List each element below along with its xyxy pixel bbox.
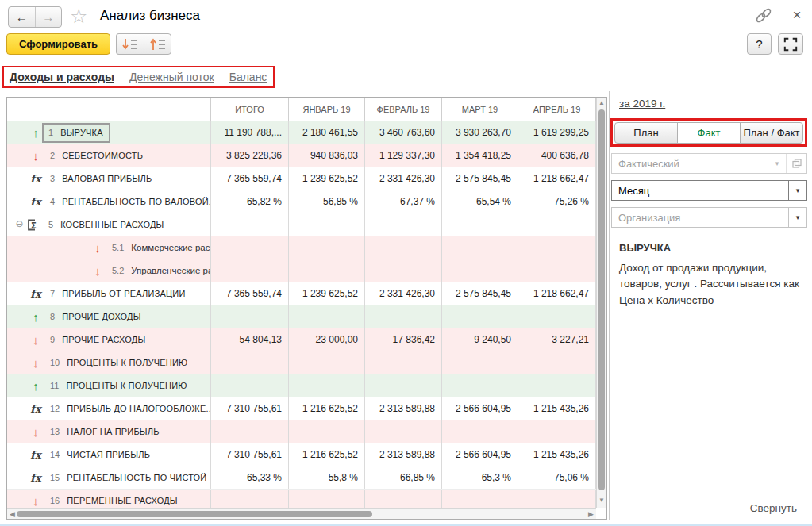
value-cell[interactable]: 3 930 263,70 bbox=[442, 121, 518, 144]
value-cell[interactable] bbox=[365, 259, 442, 282]
row-label-cell[interactable]: ↑1ВЫРУЧКА bbox=[7, 121, 211, 144]
value-cell[interactable]: 3 825 228,36 bbox=[211, 144, 289, 167]
value-cell[interactable]: 1 215 435,26 bbox=[518, 443, 596, 466]
get-link-icon[interactable] bbox=[753, 6, 774, 25]
chevron-down-icon[interactable]: ▾ bbox=[788, 208, 806, 227]
value-cell[interactable] bbox=[442, 420, 518, 443]
table-row[interactable]: ⊖Σ5КОСВЕННЫЕ РАСХОДЫ bbox=[7, 213, 596, 236]
value-cell[interactable]: 1 354 418,25 bbox=[442, 144, 518, 167]
header-january[interactable]: ЯНВАРЬ 19 bbox=[289, 98, 365, 121]
value-cell[interactable] bbox=[211, 490, 289, 508]
chevron-down-icon[interactable]: ▾ bbox=[788, 181, 806, 200]
value-cell[interactable] bbox=[365, 490, 442, 508]
value-cell[interactable] bbox=[365, 305, 442, 328]
tab-income-expenses[interactable]: Доходы и расходы bbox=[10, 71, 114, 83]
expand-levels-icon[interactable] bbox=[116, 33, 144, 55]
row-label-cell[interactable]: ↑8ПРОЧИЕ ДОХОДЫ bbox=[7, 305, 211, 328]
value-cell[interactable] bbox=[518, 236, 596, 259]
row-label-cell[interactable]: fx4РЕНТАБЕЛЬНОСТЬ ПО ВАЛОВОЙ... bbox=[7, 190, 211, 213]
table-row[interactable]: ↓5.2Управленческие расходы bbox=[7, 259, 596, 282]
vertical-scrollbar[interactable]: ▲ ▼ bbox=[596, 98, 606, 508]
table-row[interactable]: fx4РЕНТАБЕЛЬНОСТЬ ПО ВАЛОВОЙ...65,82 %56… bbox=[7, 190, 596, 213]
value-cell[interactable]: 2 313 589,88 bbox=[365, 443, 442, 466]
value-cell[interactable]: 65,54 % bbox=[442, 190, 518, 213]
value-cell[interactable] bbox=[442, 259, 518, 282]
value-cell[interactable]: 9 240,50 bbox=[442, 328, 518, 351]
header-total[interactable]: ИТОГО bbox=[211, 98, 289, 121]
period-link[interactable]: за 2019 г. bbox=[619, 98, 665, 109]
row-label-cell[interactable]: ↓5.2Управленческие расходы bbox=[7, 259, 211, 282]
row-label-cell[interactable]: ↓16ПЕРЕМЕННЫЕ РАСХОДЫ bbox=[7, 490, 211, 508]
period-granularity-field[interactable]: Месяц ▾ bbox=[611, 180, 807, 201]
row-label-cell[interactable]: fx7ПРИБЫЛЬ ОТ РЕАЛИЗАЦИИ bbox=[7, 282, 211, 305]
table-row[interactable]: ↓5.1Коммерческие расходы bbox=[7, 236, 596, 259]
table-row[interactable]: ↓2СЕБЕСТОИМОСТЬ3 825 228,36940 836,031 1… bbox=[7, 144, 596, 167]
collapse-levels-icon[interactable] bbox=[144, 33, 171, 55]
value-cell[interactable]: 75,26 % bbox=[518, 190, 596, 213]
value-cell[interactable] bbox=[365, 236, 442, 259]
value-cell[interactable]: 2 180 461,55 bbox=[289, 121, 365, 144]
plan-button[interactable]: План bbox=[614, 122, 678, 144]
table-row[interactable]: ↓13НАЛОГ НА ПРИБЫЛЬ bbox=[7, 420, 596, 443]
horizontal-scroll-thumb[interactable] bbox=[17, 511, 372, 517]
value-cell[interactable]: 7 310 755,61 bbox=[211, 397, 289, 420]
table-row[interactable]: fx7ПРИБЫЛЬ ОТ РЕАЛИЗАЦИИ7 365 559,741 23… bbox=[7, 282, 596, 305]
value-cell[interactable] bbox=[289, 305, 365, 328]
value-cell[interactable]: 2 331 426,30 bbox=[365, 167, 442, 190]
value-cell[interactable]: 2 575 845,45 bbox=[442, 282, 518, 305]
scroll-down-icon[interactable]: ▼ bbox=[597, 497, 606, 504]
value-cell[interactable] bbox=[365, 374, 442, 397]
value-cell[interactable]: 1 239 625,52 bbox=[289, 282, 365, 305]
row-label-cell[interactable]: fx15РЕНТАБЕЛЬНОСТЬ ПО ЧИСТОЙ ... bbox=[7, 466, 211, 489]
back-button[interactable]: ← bbox=[9, 7, 36, 27]
table-row[interactable]: ↓10ПРОЦЕНТЫ К ПОЛУЧЕНИЮ bbox=[7, 351, 596, 374]
fullscreen-button[interactable] bbox=[778, 33, 803, 55]
value-cell[interactable] bbox=[518, 213, 596, 236]
row-label-cell[interactable]: ⊖Σ5КОСВЕННЫЕ РАСХОДЫ bbox=[7, 213, 211, 236]
value-cell[interactable] bbox=[518, 420, 596, 443]
value-cell[interactable] bbox=[289, 420, 365, 443]
chevron-down-icon[interactable]: ▾ bbox=[768, 154, 786, 173]
value-cell[interactable]: 1 215 435,26 bbox=[518, 397, 596, 420]
value-cell[interactable] bbox=[289, 259, 365, 282]
value-cell[interactable] bbox=[289, 351, 365, 374]
scroll-left-icon[interactable]: ◀ bbox=[10, 510, 15, 518]
fact-button[interactable]: Факт bbox=[677, 122, 741, 144]
row-label-cell[interactable]: ↑11ПРОЦЕНТЫ К ПОЛУЧЕНИЮ bbox=[7, 374, 211, 397]
value-cell[interactable]: 1 218 662,47 bbox=[518, 167, 596, 190]
scroll-right-icon[interactable]: ▶ bbox=[588, 510, 594, 518]
value-cell[interactable] bbox=[365, 213, 442, 236]
value-cell[interactable]: 65,82 % bbox=[211, 190, 289, 213]
value-cell[interactable] bbox=[211, 305, 289, 328]
row-label-cell[interactable]: fx3ВАЛОВАЯ ПРИБЫЛЬ bbox=[7, 167, 211, 190]
header-april[interactable]: АПРЕЛЬ 19 bbox=[518, 98, 596, 121]
value-cell[interactable] bbox=[518, 490, 596, 508]
value-cell[interactable] bbox=[518, 305, 596, 328]
scenario-field[interactable]: Фактический ▾ bbox=[611, 153, 807, 174]
tab-balance[interactable]: Баланс bbox=[229, 71, 267, 83]
value-cell[interactable]: 1 216 625,52 bbox=[289, 443, 365, 466]
selected-cell[interactable]: 1ВЫРУЧКА bbox=[42, 123, 110, 143]
value-cell[interactable] bbox=[442, 374, 518, 397]
value-cell[interactable]: 75,06 % bbox=[518, 466, 596, 489]
value-cell[interactable]: 2 313 589,88 bbox=[365, 397, 442, 420]
close-icon[interactable]: × bbox=[790, 6, 804, 24]
value-cell[interactable]: 1 218 662,47 bbox=[518, 282, 596, 305]
value-cell[interactable]: 1 129 337,30 bbox=[365, 144, 442, 167]
row-label-cell[interactable]: ↓5.1Коммерческие расходы bbox=[7, 236, 211, 259]
table-row[interactable]: ↑11ПРОЦЕНТЫ К ПОЛУЧЕНИЮ bbox=[7, 374, 596, 397]
table-row[interactable]: ↓9ПРОЧИЕ РАСХОДЫ54 804,1323 000,0017 836… bbox=[7, 328, 596, 351]
vertical-scroll-thumb[interactable] bbox=[598, 109, 605, 490]
value-cell[interactable] bbox=[442, 351, 518, 374]
table-row[interactable]: fx12ПРИБЫЛЬ ДО НАЛОГООБЛОЖЕ...7 310 755,… bbox=[7, 397, 596, 420]
value-cell[interactable]: 3 227,21 bbox=[518, 328, 596, 351]
value-cell[interactable] bbox=[211, 374, 289, 397]
value-cell[interactable] bbox=[442, 490, 518, 508]
value-cell[interactable]: 54 804,13 bbox=[211, 328, 289, 351]
value-cell[interactable]: 2 566 604,95 bbox=[442, 397, 518, 420]
horizontal-scrollbar[interactable]: ◀ ▶ bbox=[7, 508, 596, 519]
value-cell[interactable]: 2 575 845,45 bbox=[442, 167, 518, 190]
value-cell[interactable]: 65,33 % bbox=[211, 466, 289, 489]
organization-field[interactable]: Организация ▾ bbox=[611, 207, 807, 228]
table-row[interactable]: ↑1ВЫРУЧКА11 190 788,...2 180 461,553 460… bbox=[7, 121, 596, 144]
